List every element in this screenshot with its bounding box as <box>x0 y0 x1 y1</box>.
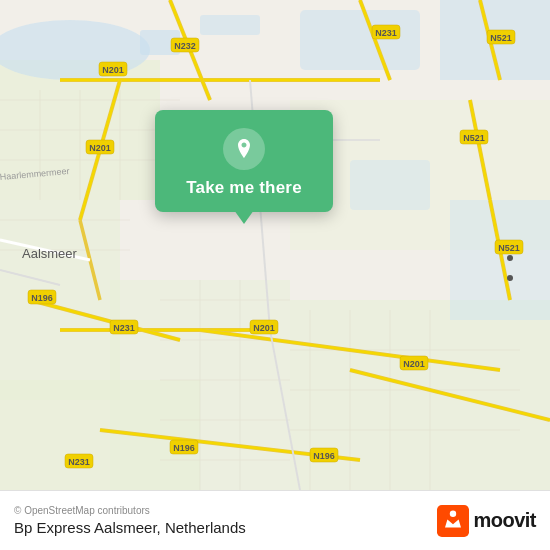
svg-text:N201: N201 <box>253 323 275 333</box>
moovit-brand-text: moovit <box>473 509 536 532</box>
svg-text:N521: N521 <box>463 133 485 143</box>
svg-text:N231: N231 <box>375 28 397 38</box>
svg-rect-3 <box>0 200 120 400</box>
svg-text:Aalsmeer: Aalsmeer <box>22 246 78 261</box>
footer: © OpenStreetMap contributors Bp Express … <box>0 490 550 550</box>
location-title: Bp Express Aalsmeer, Netherlands <box>14 519 246 536</box>
svg-point-100 <box>450 510 456 516</box>
svg-rect-99 <box>437 505 469 537</box>
location-pin-icon <box>223 128 265 170</box>
copyright-text: © OpenStreetMap contributors <box>14 505 246 516</box>
take-me-there-label: Take me there <box>186 178 302 198</box>
svg-text:N201: N201 <box>403 359 425 369</box>
svg-text:N196: N196 <box>173 443 195 453</box>
take-me-there-popup[interactable]: Take me there <box>155 110 333 212</box>
svg-text:N232: N232 <box>174 41 196 51</box>
svg-rect-7 <box>0 380 200 490</box>
svg-text:N231: N231 <box>113 323 135 333</box>
svg-text:N196: N196 <box>31 293 53 303</box>
svg-rect-13 <box>200 15 260 35</box>
svg-rect-9 <box>300 10 420 70</box>
svg-text:N231: N231 <box>68 457 90 467</box>
moovit-logo-icon <box>437 505 469 537</box>
footer-info: © OpenStreetMap contributors Bp Express … <box>14 505 246 536</box>
svg-text:N201: N201 <box>102 65 124 75</box>
map-container: N201 N232 N231 N521 N521 N521 N201 N196 … <box>0 0 550 490</box>
svg-point-98 <box>507 275 513 281</box>
svg-text:N196: N196 <box>313 451 335 461</box>
svg-text:N521: N521 <box>490 33 512 43</box>
moovit-logo: moovit <box>437 505 536 537</box>
svg-text:N201: N201 <box>89 143 111 153</box>
svg-rect-14 <box>350 160 430 210</box>
svg-text:N521: N521 <box>498 243 520 253</box>
svg-point-97 <box>507 255 513 261</box>
